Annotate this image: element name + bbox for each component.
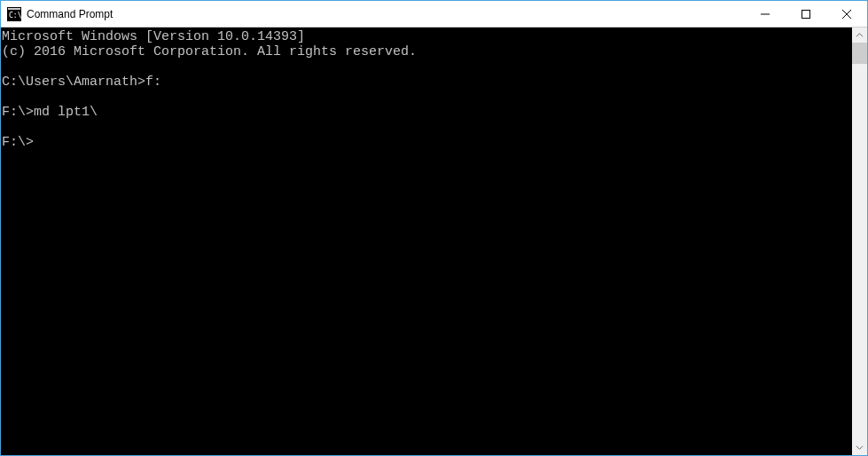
terminal-line — [2, 59, 851, 75]
chevron-up-icon — [856, 31, 864, 39]
terminal-line: Microsoft Windows [Version 10.0.14393] — [2, 29, 851, 44]
svg-text:C:\: C:\ — [9, 12, 21, 20]
content-area: Microsoft Windows [Version 10.0.14393](c… — [1, 28, 867, 455]
chevron-down-icon — [856, 444, 864, 452]
terminal-line: C:\Users\Amarnath>f: — [2, 75, 851, 90]
terminal-line: F:\>md lpt1\ — [2, 105, 851, 120]
command-prompt-window: C:\ Command Prompt — [0, 0, 868, 456]
scrollbar-thumb[interactable] — [852, 43, 867, 64]
app-icon: C:\ — [7, 7, 21, 21]
svg-rect-4 — [802, 10, 810, 18]
window-controls — [745, 1, 867, 27]
terminal-line — [2, 120, 851, 135]
titlebar[interactable]: C:\ Command Prompt — [1, 1, 867, 28]
scroll-down-button[interactable] — [852, 440, 867, 455]
terminal-output[interactable]: Microsoft Windows [Version 10.0.14393](c… — [1, 28, 852, 455]
terminal-line: (c) 2016 Microsoft Corporation. All righ… — [2, 44, 851, 59]
vertical-scrollbar[interactable] — [852, 28, 867, 455]
window-title: Command Prompt — [27, 8, 113, 20]
maximize-icon — [802, 10, 810, 19]
scroll-up-button[interactable] — [852, 28, 867, 43]
scrollbar-track[interactable] — [852, 43, 867, 440]
close-button[interactable] — [826, 1, 867, 27]
minimize-button[interactable] — [745, 1, 786, 27]
maximize-button[interactable] — [786, 1, 826, 27]
svg-rect-1 — [8, 8, 20, 10]
terminal-line: F:\> — [2, 135, 851, 150]
close-icon — [842, 10, 851, 19]
terminal-line — [2, 90, 851, 105]
minimize-icon — [761, 10, 770, 19]
